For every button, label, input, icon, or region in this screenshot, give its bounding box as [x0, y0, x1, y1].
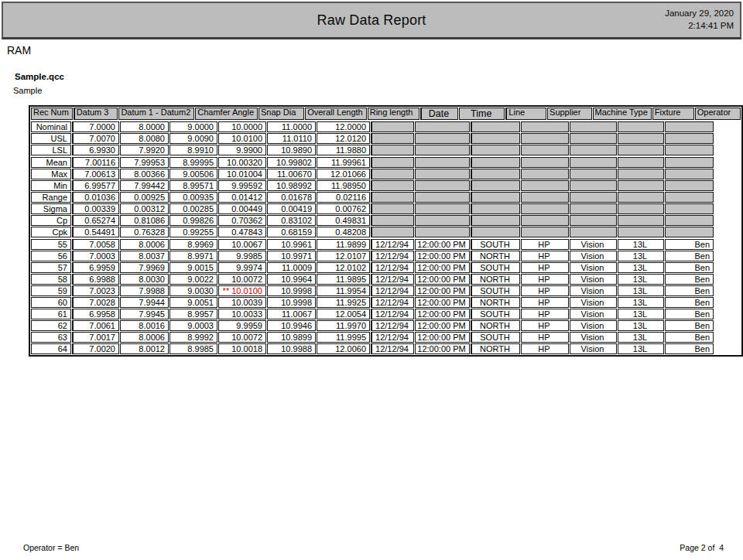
data-row: 647.00208.00128.998510.001810.998812.006…	[31, 343, 714, 354]
empty-cell	[415, 227, 470, 237]
value-cell: 0.65274	[72, 215, 119, 226]
value-cell: 10.9890	[267, 145, 316, 155]
fixture-cell: 13L	[618, 251, 664, 261]
empty-cell	[371, 133, 414, 144]
fixture-cell: 13L	[618, 297, 664, 308]
value-cell: 8.0006	[120, 332, 169, 343]
data-row: 576.99597.99699.00159.997411.000912.0102…	[31, 262, 714, 273]
empty-cell	[521, 169, 569, 179]
row-label: USL	[31, 133, 71, 144]
row-label: Nominal	[31, 121, 71, 132]
row-label: LSL	[31, 145, 71, 155]
column-header: Operator	[695, 108, 741, 120]
machine-type-cell: Vision	[570, 262, 617, 273]
line-cell: SOUTH	[471, 262, 520, 273]
spec-limits-section: Nominal7.00008.00009.000010.000011.00001…	[30, 121, 714, 156]
value-cell: 10.9964	[267, 274, 316, 285]
operator-cell: Ben	[665, 320, 714, 331]
value-cell: 7.9920	[120, 145, 169, 155]
stat-row: Max7.006138.003669.0050610.0100411.00670…	[31, 169, 714, 179]
empty-cell	[471, 121, 520, 132]
supplier-cell: HP	[521, 297, 569, 308]
empty-cell	[415, 215, 470, 226]
empty-cell	[471, 145, 520, 155]
date-cell: 12/12/94	[371, 274, 414, 285]
date-cell: 12/12/94	[371, 297, 414, 308]
operator-cell: Ben	[665, 309, 714, 319]
supplier-cell: HP	[521, 285, 569, 296]
stat-row: Cpk0.544910.763280.992550.478430.681590.…	[31, 227, 714, 237]
value-cell: 11.0067	[267, 309, 316, 319]
value-cell: 8.0012	[120, 343, 169, 354]
value-cell: 0.00285	[169, 203, 217, 214]
value-cell: 12.0120	[317, 133, 370, 144]
value-cell: 7.0020	[72, 343, 119, 354]
value-cell: 10.9946	[267, 320, 316, 331]
machine-type-cell: Vision	[570, 251, 617, 261]
value-cell: 10.0039	[218, 297, 266, 308]
line-cell: NORTH	[471, 320, 520, 331]
value-cell: 10.9899	[267, 332, 316, 343]
fixture-cell: 13L	[618, 320, 664, 331]
column-header: Machine Type	[593, 108, 652, 120]
header-row-section: Rec NumDatum 3Datum 1 - Datum2Chamfer An…	[30, 107, 741, 121]
value-cell: 8.9969	[169, 239, 217, 250]
value-cell: 0.00449	[218, 203, 266, 214]
empty-cell	[570, 133, 617, 144]
column-header: Ring length	[368, 108, 419, 120]
empty-cell	[665, 192, 714, 203]
value-cell: 0.76328	[120, 227, 169, 237]
report-header-banner: Raw Data Report January 29, 2020 2:14:41…	[2, 2, 741, 39]
value-cell: 8.0030	[120, 274, 169, 285]
value-cell: 8.0080	[120, 133, 169, 144]
value-cell: 11.9895	[317, 274, 370, 285]
empty-cell	[415, 121, 470, 132]
empty-cell	[618, 203, 664, 214]
empty-cell	[521, 121, 569, 132]
value-cell: 8.9971	[169, 251, 217, 261]
part-file-subtitle: Sample	[13, 86, 42, 95]
record-number-cell: 62	[31, 320, 71, 331]
empty-cell	[570, 145, 617, 155]
stat-row: Sigma0.003390.003120.002850.004490.00419…	[31, 203, 714, 214]
value-cell: 0.01412	[218, 192, 266, 203]
empty-cell	[618, 121, 664, 132]
value-cell: 11.99961	[317, 157, 370, 168]
empty-cell	[521, 133, 569, 144]
value-cell: 10.98992	[267, 180, 316, 191]
supplier-cell: HP	[521, 320, 569, 331]
flagged-value-cell: ** 10.0100	[218, 285, 266, 296]
value-cell: 6.9930	[72, 145, 119, 155]
fixture-cell: 13L	[618, 239, 664, 250]
empty-cell	[371, 215, 414, 226]
empty-cell	[570, 203, 617, 214]
value-cell: 10.9971	[267, 251, 316, 261]
value-cell: 7.0028	[72, 297, 119, 308]
value-cell: 0.49831	[317, 215, 370, 226]
time-cell: 12:00:00 PM	[415, 320, 470, 331]
empty-cell	[618, 192, 664, 203]
machine-type-cell: Vision	[570, 343, 617, 354]
stat-row: Mean7.001167.999538.9999510.0032010.9980…	[31, 157, 714, 168]
value-cell: 9.9974	[218, 262, 266, 273]
data-row: 586.99888.00309.002210.007210.996411.989…	[31, 274, 714, 285]
empty-cell	[618, 215, 664, 226]
value-cell: 9.00506	[169, 169, 217, 179]
value-cell: 10.99802	[267, 157, 316, 168]
fixture-cell: 13L	[618, 309, 664, 319]
empty-cell	[618, 180, 664, 191]
value-cell: 9.9985	[218, 251, 266, 261]
value-cell: 11.9995	[317, 332, 370, 343]
empty-cell	[618, 133, 664, 144]
line-cell: NORTH	[471, 274, 520, 285]
date-cell: 12/12/94	[371, 285, 414, 296]
value-cell: 0.99826	[169, 215, 217, 226]
value-cell: 11.0110	[267, 133, 316, 144]
empty-cell	[570, 227, 617, 237]
empty-cell	[471, 180, 520, 191]
column-header: Fixture	[652, 108, 694, 120]
data-row: 637.00178.00068.999210.007210.989911.999…	[31, 332, 714, 343]
value-cell: 7.0023	[72, 285, 119, 296]
value-cell: 12.0102	[317, 262, 370, 273]
empty-cell	[570, 157, 617, 168]
